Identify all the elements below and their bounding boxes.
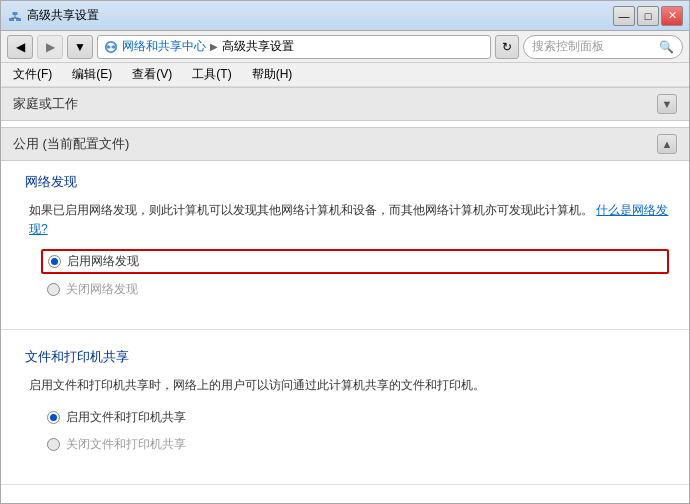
close-button[interactable]: ✕	[661, 6, 683, 26]
refresh-button[interactable]: ↻	[495, 35, 519, 59]
menu-help[interactable]: 帮助(H)	[248, 64, 297, 85]
family-work-toggle-icon: ▼	[662, 98, 673, 110]
family-work-title: 家庭或工作	[13, 95, 78, 113]
svg-point-8	[112, 45, 116, 49]
divider-1	[1, 329, 689, 330]
public-section-title: 公用 (当前配置文件)	[13, 135, 129, 153]
main-content: 家庭或工作 ▼ 公用 (当前配置文件) ▲ 网络发现 如果已启用网络发现，则此计…	[1, 87, 689, 503]
menu-tools[interactable]: 工具(T)	[188, 64, 235, 85]
network-discovery-title: 网络发现	[21, 173, 669, 191]
file-printer-enable-label: 启用文件和打印机共享	[66, 409, 186, 426]
network-discovery-section: 网络发现 如果已启用网络发现，则此计算机可以发现其他网络计算机和设备，而其他网络…	[1, 161, 689, 319]
search-icon: 🔍	[659, 40, 674, 54]
public-toggle[interactable]: ▲	[657, 134, 677, 154]
file-printer-sharing-section: 文件和打印机共享 启用文件和打印机共享时，网络上的用户可以访问通过此计算机共享的…	[1, 340, 689, 473]
file-printer-disable-label: 关闭文件和打印机共享	[66, 436, 186, 453]
forward-icon: ▶	[46, 40, 55, 54]
file-printer-enable-radio[interactable]	[47, 411, 60, 424]
forward-button[interactable]: ▶	[37, 35, 63, 59]
breadcrumb-network[interactable]: 网络和共享中心	[122, 38, 206, 55]
maximize-button[interactable]: □	[637, 6, 659, 26]
window-controls: — □ ✕	[613, 6, 683, 26]
family-work-section-header[interactable]: 家庭或工作 ▼	[1, 87, 689, 121]
network-discovery-disable-option[interactable]: 关闭网络发现	[41, 278, 669, 301]
menu-view[interactable]: 查看(V)	[128, 64, 176, 85]
network-discovery-enable-label: 启用网络发现	[67, 253, 139, 270]
search-placeholder: 搜索控制面板	[532, 38, 655, 55]
breadcrumb-current: 高级共享设置	[222, 38, 294, 55]
divider-2	[1, 484, 689, 485]
public-toggle-icon: ▲	[662, 138, 673, 150]
network-discovery-disable-label: 关闭网络发现	[66, 281, 138, 298]
file-printer-sharing-description: 启用文件和打印机共享时，网络上的用户可以访问通过此计算机共享的文件和打印机。	[21, 376, 669, 395]
file-printer-disable-radio[interactable]	[47, 438, 60, 451]
refresh-icon: ↻	[502, 40, 512, 54]
menu-file[interactable]: 文件(F)	[9, 64, 56, 85]
file-printer-sharing-title: 文件和打印机共享	[21, 348, 669, 366]
dropdown-icon: ▼	[74, 40, 86, 54]
network-discovery-enable-radio[interactable]	[48, 255, 61, 268]
svg-rect-2	[13, 12, 18, 15]
address-bar: ◀ ▶ ▼ 网络和共享中心 ▶ 高级共享设置 ↻ 搜索控制面板 🔍	[1, 31, 689, 63]
public-folder-sharing-section: 公用文件夹共享 打开公用文件夹共享时，网络上包括家庭组成员在内的用户都可以访问公…	[1, 495, 689, 503]
back-button[interactable]: ◀	[7, 35, 33, 59]
dropdown-button[interactable]: ▼	[67, 35, 93, 59]
public-section-header[interactable]: 公用 (当前配置文件) ▲	[1, 127, 689, 161]
network-discovery-options: 启用网络发现 关闭网络发现	[21, 249, 669, 301]
family-work-toggle[interactable]: ▼	[657, 94, 677, 114]
back-icon: ◀	[16, 40, 25, 54]
network-discovery-disable-radio[interactable]	[47, 283, 60, 296]
menu-bar: 文件(F) 编辑(E) 查看(V) 工具(T) 帮助(H)	[1, 63, 689, 87]
title-bar-left: 高级共享设置	[7, 7, 99, 24]
menu-edit[interactable]: 编辑(E)	[68, 64, 116, 85]
svg-point-7	[107, 45, 111, 49]
file-printer-sharing-options: 启用文件和打印机共享 关闭文件和打印机共享	[21, 406, 669, 456]
breadcrumb-icon	[104, 40, 118, 54]
title-bar-title: 高级共享设置	[27, 7, 99, 24]
search-bar[interactable]: 搜索控制面板 🔍	[523, 35, 683, 59]
network-icon	[7, 8, 23, 24]
file-printer-enable-option[interactable]: 启用文件和打印机共享	[41, 406, 669, 429]
breadcrumb-separator: ▶	[210, 41, 218, 52]
network-discovery-enable-option[interactable]: 启用网络发现	[41, 249, 669, 274]
title-bar: 高级共享设置 — □ ✕	[1, 1, 689, 31]
minimize-button[interactable]: —	[613, 6, 635, 26]
network-discovery-description: 如果已启用网络发现，则此计算机可以发现其他网络计算机和设备，而其他网络计算机亦可…	[21, 201, 669, 239]
file-printer-disable-option[interactable]: 关闭文件和打印机共享	[41, 433, 669, 456]
main-window: 高级共享设置 — □ ✕ ◀ ▶ ▼ 网络和共享中心 ▶ 高级共享设置	[0, 0, 690, 504]
breadcrumb: 网络和共享中心 ▶ 高级共享设置	[97, 35, 491, 59]
